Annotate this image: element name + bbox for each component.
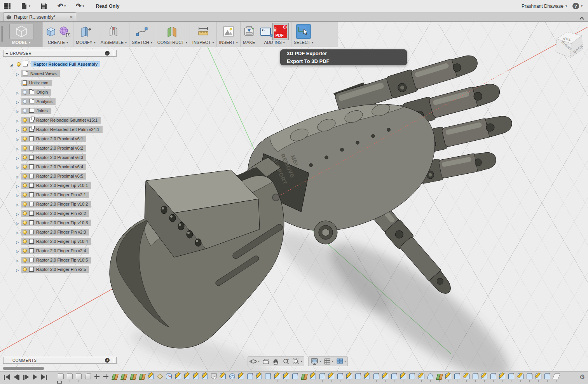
- tree-expander-icon[interactable]: [15, 219, 20, 226]
- ribbon-group-insert[interactable]: INSERT▾: [217, 22, 241, 47]
- chevron-down-icon[interactable]: ▾: [332, 360, 333, 363]
- chevron-down-icon[interactable]: ▾: [344, 360, 346, 363]
- timeline-feature[interactable]: [309, 374, 318, 382]
- tree-item[interactable]: Raptor 2.0 Proximal v6:3: [21, 154, 86, 161]
- visibility-bulb-icon[interactable]: [23, 230, 27, 234]
- feature-icon[interactable]: [76, 374, 82, 379]
- tree-expander-icon[interactable]: [15, 145, 20, 152]
- timeline-feature[interactable]: [381, 374, 390, 382]
- tree-item[interactable]: Raptor 2.0 Finger Pin v2:4: [21, 248, 89, 254]
- timeline-feature[interactable]: [498, 374, 507, 382]
- tree-item[interactable]: Raptor 2.0 Finger Tip v10:2: [21, 201, 91, 208]
- timeline-feature[interactable]: [218, 374, 227, 382]
- tree-expander-icon[interactable]: [15, 238, 20, 245]
- visibility-bulb-icon[interactable]: [23, 221, 27, 225]
- visibility-bulb-icon[interactable]: [23, 99, 27, 103]
- tree-item[interactable]: Raptor 2.0 Finger Pin v2:5: [21, 266, 89, 273]
- visibility-bulb-icon[interactable]: [23, 165, 27, 169]
- user-menu[interactable]: Prashnant Dhawase ▾: [522, 3, 567, 9]
- timeline-feature[interactable]: [291, 374, 300, 382]
- app-grid-icon[interactable]: [4, 3, 10, 9]
- ribbon-group-assemble[interactable]: ASSEMBLE▾: [98, 22, 129, 47]
- timeline-feature[interactable]: [516, 374, 525, 382]
- timeline-feature[interactable]: [318, 374, 326, 382]
- timeline-feature[interactable]: [237, 374, 246, 382]
- chevron-down-icon[interactable]: ▾: [319, 360, 321, 363]
- chevron-down-icon[interactable]: ▾: [258, 360, 260, 363]
- feature-icon[interactable]: [202, 374, 208, 379]
- timeline-feature[interactable]: [372, 374, 381, 382]
- feature-icon[interactable]: [454, 374, 460, 379]
- chevron-down-icon[interactable]: ▾: [312, 41, 314, 44]
- timeline-feature[interactable]: [534, 374, 543, 382]
- construction-plane-icon[interactable]: [166, 25, 178, 38]
- tree-item[interactable]: Raptor 2.0 Proximal v6:2: [21, 145, 86, 152]
- model-workspace-icon[interactable]: [9, 24, 33, 39]
- visibility-bulb-icon[interactable]: [23, 193, 27, 197]
- timeline-feature[interactable]: [282, 374, 291, 382]
- tree-item[interactable]: Raptor 2.0 Finger Tip v10:3: [21, 220, 91, 226]
- tree-expander-icon[interactable]: [15, 247, 20, 254]
- tree-expander-icon[interactable]: [15, 257, 20, 264]
- toolbar-drag-handle[interactable]: [1, 26, 3, 42]
- timeline-feature[interactable]: [336, 374, 345, 382]
- timeline-feature[interactable]: [507, 374, 516, 382]
- tree-item[interactable]: Raptor 2.0 Finger Tip v10:5: [21, 257, 91, 264]
- redo-button[interactable]: ↷ ▾: [76, 3, 84, 9]
- tree-item[interactable]: Raptor 2.0 Finger Pin v2:2: [21, 210, 89, 217]
- visibility-bulb-icon[interactable]: [23, 183, 27, 187]
- tree-expander-icon[interactable]: [15, 210, 20, 217]
- scripts-addins-icon[interactable]: >-⚙: [260, 28, 271, 36]
- chevron-down-icon[interactable]: ▾: [301, 360, 302, 363]
- ribbon-group-select[interactable]: SELECT▾: [291, 22, 316, 47]
- timeline-feature[interactable]: [164, 374, 173, 382]
- chevron-down-icon[interactable]: ▾: [66, 41, 68, 44]
- chevron-down-icon[interactable]: ▾: [213, 41, 214, 44]
- feature-icon[interactable]: [536, 374, 541, 379]
- ribbon-group-inspect[interactable]: INSPECT▾: [190, 22, 217, 47]
- visibility-bulb-icon[interactable]: [23, 202, 27, 206]
- feature-icon[interactable]: [211, 374, 217, 379]
- step-forward-button[interactable]: [23, 374, 29, 380]
- ribbon-group-addins[interactable]: >-⚙ 3D⚙PDF ADD-INS▾: [258, 22, 291, 47]
- chevron-down-icon[interactable]: ▾: [283, 41, 285, 44]
- press-pull-icon[interactable]: [79, 25, 92, 38]
- visibility-bulb-icon[interactable]: [17, 62, 21, 66]
- chevron-down-icon[interactable]: ▾: [236, 41, 238, 44]
- ribbon-group-model[interactable]: MODEL▾: [0, 22, 43, 47]
- timeline-feature[interactable]: [92, 374, 101, 382]
- collapse-ribbon-button[interactable]: [579, 17, 584, 20]
- comments-header[interactable]: COMMENTS +: [3, 357, 117, 364]
- feature-icon[interactable]: [400, 374, 406, 379]
- timeline-feature[interactable]: [345, 374, 354, 382]
- tree-item[interactable]: Raptor 2.0 Finger Tip v10:4: [21, 238, 91, 245]
- feature-icon[interactable]: [220, 374, 226, 379]
- create-form-icon[interactable]: [58, 25, 71, 38]
- feature-icon[interactable]: [274, 374, 280, 379]
- timeline-feature[interactable]: [327, 374, 336, 382]
- tree-expander-icon[interactable]: [15, 163, 20, 170]
- feature-icon[interactable]: [103, 374, 109, 379]
- origin-marker[interactable]: [272, 194, 279, 201]
- tree-item[interactable]: Joints: [21, 108, 51, 114]
- visibility-bulb-icon[interactable]: [23, 155, 27, 159]
- timeline-feature[interactable]: [462, 374, 471, 382]
- timeline-feature[interactable]: [209, 374, 218, 382]
- timeline-feature[interactable]: [300, 374, 309, 382]
- visibility-bulb-icon[interactable]: [23, 267, 27, 271]
- visibility-bulb-icon[interactable]: [23, 239, 27, 243]
- visibility-bulb-icon[interactable]: [23, 146, 27, 150]
- tree-expander-icon[interactable]: [15, 154, 20, 161]
- timeline-feature[interactable]: [119, 374, 128, 382]
- step-back-button[interactable]: [14, 374, 19, 380]
- go-to-start-button[interactable]: [4, 374, 10, 380]
- timeline-feature[interactable]: [444, 374, 453, 382]
- help-menu[interactable]: ? ▾: [572, 3, 583, 9]
- 3d-print-icon[interactable]: [243, 26, 255, 37]
- feature-icon[interactable]: [544, 374, 550, 379]
- timeline-feature[interactable]: [471, 374, 480, 382]
- timeline-feature[interactable]: [354, 374, 363, 382]
- visibility-bulb-icon[interactable]: [23, 137, 27, 141]
- feature-icon[interactable]: [490, 374, 496, 379]
- feature-icon[interactable]: [473, 374, 478, 379]
